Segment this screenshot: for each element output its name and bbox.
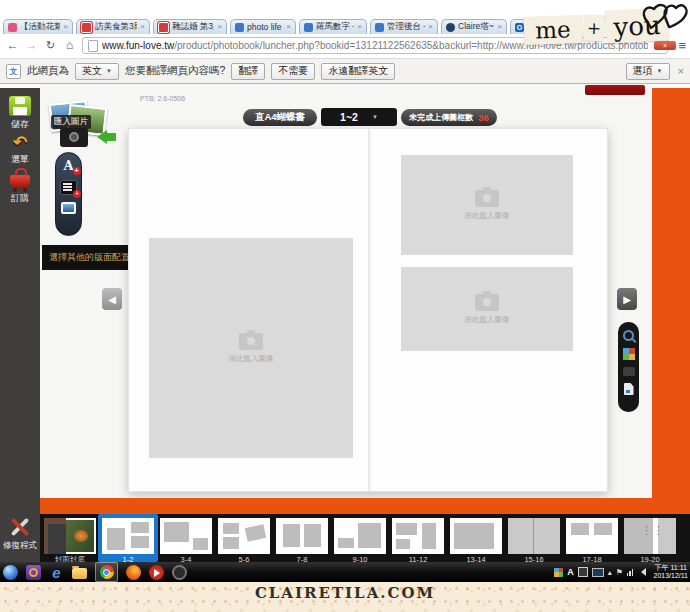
chrome-taskbar-icon-active[interactable] (95, 562, 118, 582)
green-arrow-icon (90, 130, 107, 144)
tab-title: photo life - (247, 22, 283, 32)
watermark-close-icon: × (654, 41, 676, 50)
layers-icon[interactable] (623, 367, 635, 376)
chevron-down-icon: ▼ (657, 68, 663, 74)
internet-explorer-taskbar-icon[interactable]: e (49, 565, 64, 580)
translate-button[interactable]: 翻譯 (231, 63, 265, 80)
thumb-pages-1-2[interactable] (102, 518, 154, 554)
decline-translate-button[interactable]: 不需要 (271, 63, 315, 80)
repair-tool-button[interactable]: 修復程式 (0, 516, 40, 552)
language-value: 英文 (82, 64, 102, 78)
tab-close-icon[interactable]: × (497, 23, 502, 31)
previous-page-button[interactable]: ◀ (102, 288, 122, 310)
volume-icon[interactable] (637, 568, 646, 576)
camera-placeholder-icon (475, 294, 499, 311)
cart-icon (10, 175, 30, 187)
photo-placeholder-right-bottom[interactable]: 按此匯入圖像 (401, 267, 573, 351)
tray-expand-icon[interactable]: ▴ (608, 568, 612, 577)
tab-favicon-bird-icon (8, 23, 17, 32)
tab-favicon-blue-icon (235, 23, 244, 32)
reload-icon[interactable]: ↻ (42, 37, 59, 54)
page-template-icon[interactable] (624, 383, 634, 395)
orange-frame-bottom (40, 498, 690, 514)
tab-title: 羅馬數字 - G (316, 21, 354, 33)
taskbar-clock[interactable]: 下午 11:11 2013/12/11 (653, 564, 688, 581)
add-text-button[interactable]: A+ (63, 159, 73, 173)
start-button[interactable] (3, 565, 18, 580)
tab-blog-post-2[interactable]: 雜誌婚 第3則 × (153, 19, 227, 34)
thumb-pages-7-8[interactable] (276, 518, 328, 554)
upload-status-bar (585, 85, 645, 95)
photo-placeholder-right-top[interactable]: 按此匯入圖像 (401, 155, 573, 255)
translate-bar-close-icon[interactable]: × (678, 65, 684, 77)
page-range-value: 1~2 (340, 111, 358, 123)
plus-badge-icon: + (73, 167, 81, 175)
windows-taskbar: e A ▴ ⚑ 下午 11:11 2013/12/11 (0, 562, 690, 582)
next-page-button[interactable]: ▶ (617, 288, 637, 310)
tab-claire[interactable]: Claire塔~T × (441, 19, 507, 34)
placeholder-text: 按此匯入圖像 (465, 315, 510, 325)
tab-close-icon[interactable]: × (140, 23, 145, 31)
tab-event-highlights[interactable]: 【活動花絮】 × (3, 19, 73, 34)
photos-grid-icon[interactable] (623, 348, 635, 360)
thumb-pages-11-12[interactable] (392, 518, 444, 554)
thumb-pages-9-10[interactable] (334, 518, 386, 554)
file-explorer-taskbar-icon[interactable] (72, 568, 87, 579)
thumb-pages-17-18[interactable] (566, 518, 618, 554)
camera-icon (60, 128, 88, 147)
tab-close-icon[interactable]: × (217, 23, 222, 31)
thumb-cover[interactable] (44, 518, 96, 554)
tab-close-icon[interactable]: × (286, 23, 291, 31)
add-photo-button[interactable] (61, 202, 76, 214)
app-taskbar-icon[interactable] (172, 565, 187, 580)
undo-arrow-icon: ↶ (13, 134, 27, 151)
action-center-flag-icon[interactable]: ⚑ (616, 568, 623, 577)
media-player-taskbar-icon[interactable] (26, 565, 41, 580)
firefox-taskbar-icon[interactable] (126, 565, 141, 580)
language-select[interactable]: 英文 ▼ (75, 63, 119, 80)
save-label: 儲存 (11, 118, 29, 131)
translate-options-button[interactable]: 選項 ▼ (626, 63, 670, 80)
tab-close-icon[interactable]: × (428, 23, 433, 31)
save-button[interactable]: 儲存 (0, 96, 40, 131)
arrow-left-icon: ◀ (108, 294, 116, 305)
tab-favicon-pixnet-icon (158, 22, 169, 33)
always-translate-button[interactable]: 永遠翻譯英文 (321, 63, 395, 80)
system-tray: A ▴ ⚑ 下午 11:11 2013/12/11 (554, 562, 688, 582)
tab-close-icon[interactable]: × (357, 23, 362, 31)
add-layout-button[interactable]: + (60, 180, 77, 195)
network-icon[interactable] (627, 569, 634, 576)
tab-blog-post-1[interactable]: 訪美食第3則 × (76, 19, 150, 34)
tab-admin-backend[interactable]: 管理後台 - 痞 × (370, 19, 438, 34)
media-player-red-taskbar-icon[interactable] (149, 565, 164, 580)
display-tray-icon[interactable] (592, 568, 604, 577)
tab-title: 管理後台 - 痞 (387, 21, 425, 33)
menu-button[interactable]: ↶ 選單 (0, 134, 40, 166)
page-range-dropdown[interactable]: 1~2 ▼ (321, 108, 397, 126)
chevron-down-icon: ▼ (372, 114, 378, 120)
thumb-pages-3-4[interactable] (160, 518, 212, 554)
back-icon[interactable]: ← (4, 37, 21, 54)
tray-app-icon[interactable] (554, 568, 563, 577)
tray-square-icon[interactable] (578, 567, 588, 577)
editor-canvas: PTB: 2.6-0506 直A4蝴蝶書 1~2 ▼ 未完成上傳圖框數 36 Z… (40, 84, 652, 498)
tab-title: Claire塔~T (458, 21, 494, 33)
tab-roman-numerals[interactable]: 羅馬數字 - G × (299, 19, 367, 34)
order-button[interactable]: 訂購 (0, 168, 40, 205)
orange-frame-right (652, 88, 690, 514)
home-icon[interactable]: ⌂ (61, 37, 78, 54)
thumb-pages-5-6[interactable] (218, 518, 270, 554)
ime-indicator[interactable]: A (567, 567, 574, 577)
tab-close-icon[interactable]: × (63, 23, 68, 31)
book-spread: 按此匯入圖像 按此匯入圖像 按此匯入圖像 (128, 128, 608, 492)
thumb-pages-13-14[interactable] (450, 518, 502, 554)
filmstrip-grip-icon[interactable]: ⋮⋮ (641, 524, 665, 537)
import-photos-button[interactable]: 匯入圖片 (48, 100, 112, 156)
tab-photo-life[interactable]: photo life - × (230, 19, 296, 34)
zoom-tool-icon[interactable] (623, 330, 634, 341)
forward-icon[interactable]: → (23, 37, 40, 54)
photo-placeholder-left[interactable]: 按此匯入圖像 (149, 238, 353, 458)
thumb-pages-15-16[interactable] (508, 518, 560, 554)
options-label: 選項 (633, 64, 653, 78)
plus-badge-icon: + (73, 190, 81, 198)
